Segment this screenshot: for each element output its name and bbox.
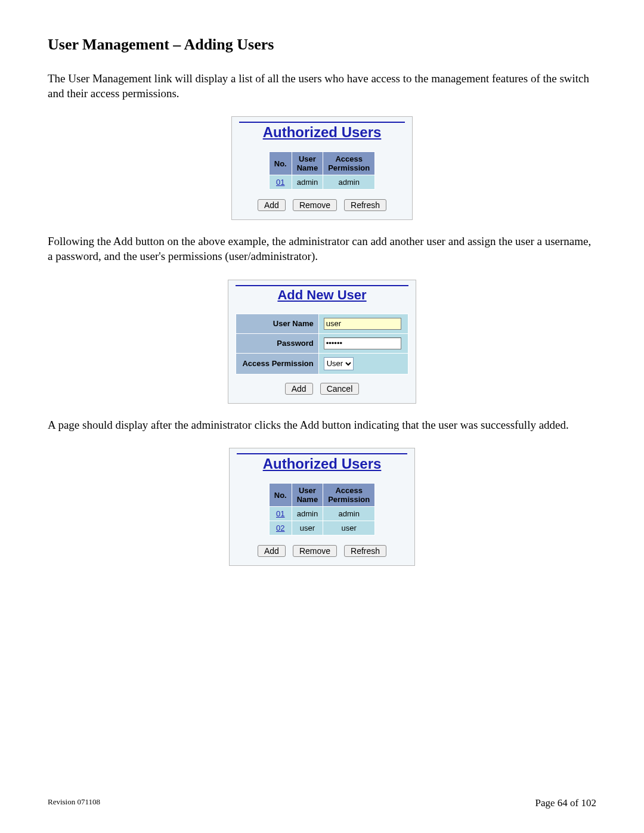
table-row: 02 user user — [269, 521, 374, 535]
intro-paragraph-2: Following the Add button on the above ex… — [48, 234, 596, 264]
row-link[interactable]: 01 — [276, 178, 284, 187]
authorized-users-panel-before: Authorized Users No. User Name Access Pe… — [231, 116, 413, 220]
cancel-button[interactable]: Cancel — [320, 383, 360, 395]
username-input[interactable] — [324, 318, 401, 330]
authorized-users-panel-after: Authorized Users No. User Name Access Pe… — [229, 448, 415, 566]
password-input[interactable] — [324, 337, 401, 349]
username-label: User Name — [236, 314, 319, 333]
table-header-row: No. User Name Access Permission — [269, 152, 374, 175]
table-row: 01 admin admin — [269, 507, 374, 521]
password-cell — [318, 333, 408, 353]
cell-name: user — [292, 521, 323, 535]
page-title: User Management – Adding Users — [48, 36, 596, 54]
intro-paragraph-3: A page should display after the administ… — [48, 418, 596, 433]
table-header-row: No. User Name Access Permission — [269, 484, 374, 507]
cell-no[interactable]: 02 — [269, 521, 292, 535]
remove-button[interactable]: Remove — [293, 199, 337, 211]
cell-perm: admin — [323, 507, 375, 521]
cell-name: admin — [292, 175, 323, 190]
remove-button[interactable]: Remove — [293, 545, 337, 557]
refresh-button[interactable]: Refresh — [344, 545, 386, 557]
users-table: No. User Name Access Permission 01 admin… — [269, 151, 375, 190]
refresh-button[interactable]: Refresh — [344, 199, 386, 211]
cell-name: admin — [292, 507, 323, 521]
row-link[interactable]: 02 — [276, 524, 284, 532]
table-row: 01 admin admin — [269, 175, 374, 190]
row-link[interactable]: 01 — [276, 509, 284, 518]
cell-no[interactable]: 01 — [269, 507, 292, 521]
add-button[interactable]: Add — [285, 383, 313, 395]
button-row: Add Remove Refresh — [239, 199, 405, 211]
add-button[interactable]: Add — [258, 199, 286, 211]
intro-paragraph-1: The User Management link will display a … — [48, 72, 596, 101]
revision-text: Revision 071108 — [48, 797, 100, 809]
page-number: Page 64 of 102 — [535, 797, 596, 809]
add-new-user-panel: Add New User User Name Password Access P… — [228, 280, 416, 404]
add-user-form: User Name Password Access Permission Use… — [236, 314, 408, 374]
cell-perm: user — [323, 521, 375, 535]
permission-select[interactable]: User — [324, 357, 354, 370]
cell-perm: admin — [323, 175, 375, 190]
password-label: Password — [236, 333, 319, 353]
panel-title: Authorized Users — [237, 453, 407, 472]
page-footer: Revision 071108 Page 64 of 102 — [48, 797, 596, 809]
panel-title: Authorized Users — [239, 122, 405, 141]
button-row: Add Cancel — [236, 383, 408, 395]
add-button[interactable]: Add — [258, 545, 286, 557]
col-no: No. — [269, 484, 292, 507]
col-name: User Name — [292, 152, 323, 175]
col-perm: Access Permission — [323, 484, 375, 507]
permission-cell: User — [318, 353, 408, 374]
col-name: User Name — [292, 484, 323, 507]
permission-label: Access Permission — [236, 353, 319, 374]
username-cell — [318, 314, 408, 333]
button-row: Add Remove Refresh — [237, 545, 407, 557]
col-no: No. — [269, 152, 292, 175]
users-table: No. User Name Access Permission 01 admin… — [269, 483, 375, 535]
col-perm: Access Permission — [323, 152, 375, 175]
cell-no[interactable]: 01 — [269, 175, 292, 190]
panel-title: Add New User — [236, 285, 408, 303]
